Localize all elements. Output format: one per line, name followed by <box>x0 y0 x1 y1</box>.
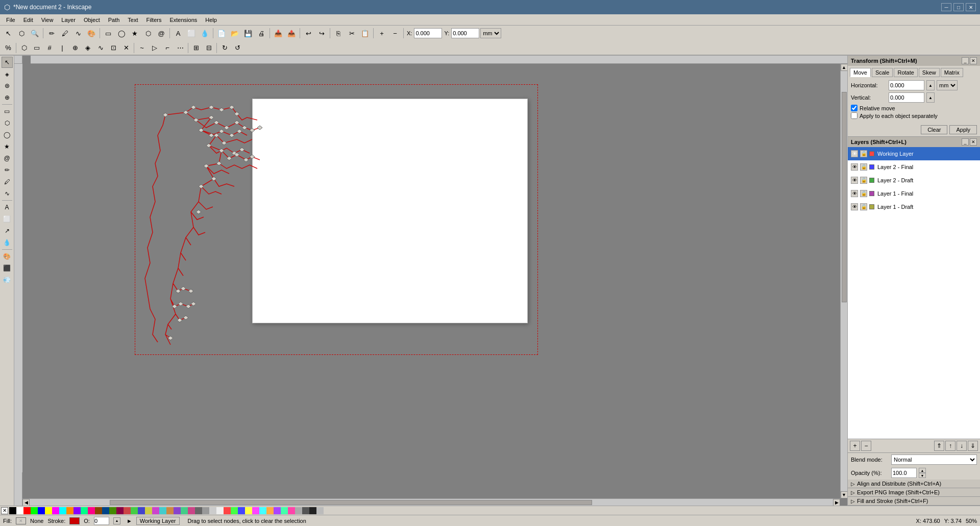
menu-path[interactable]: Path <box>104 16 124 24</box>
snap-bbox[interactable]: ▭ <box>31 42 43 54</box>
palette-color-swatch[interactable] <box>274 507 281 514</box>
palette-color-swatch[interactable] <box>145 507 152 514</box>
vertical-up-btn[interactable]: ▲ <box>926 92 935 103</box>
menu-object[interactable]: Object <box>80 16 104 24</box>
palette-color-swatch[interactable] <box>231 507 238 514</box>
palette-color-swatch[interactable] <box>166 507 174 514</box>
export-btn[interactable]: 📤 <box>285 27 298 39</box>
layer-lock-2draft[interactable]: 🔓 <box>860 177 867 184</box>
snap-edge[interactable]: ▷ <box>149 42 161 54</box>
palette-color-swatch[interactable] <box>52 507 59 514</box>
print-btn[interactable]: 🖨 <box>255 27 267 39</box>
horizontal-input[interactable] <box>889 80 924 90</box>
layer-to-top-btn[interactable]: ⇑ <box>934 441 944 451</box>
tool-node[interactable]: ◈ <box>2 68 13 80</box>
tool-callig[interactable]: ∿ <box>2 188 13 199</box>
unit-select[interactable]: mmpxcmin <box>480 28 501 38</box>
maximize-button[interactable]: □ <box>953 3 964 11</box>
snap-guide[interactable]: | <box>56 42 68 54</box>
rotate-ccw[interactable]: ↺ <box>231 42 243 54</box>
palette-color-swatch[interactable] <box>124 507 131 514</box>
palette-color-swatch[interactable] <box>309 507 316 514</box>
layer-eye-2draft[interactable]: 👁 <box>851 177 858 184</box>
palette-color-swatch[interactable] <box>81 507 88 514</box>
palette-color-swatch[interactable] <box>88 507 95 514</box>
layers-minimize-btn[interactable]: _ <box>962 138 969 146</box>
layers-close-btn[interactable]: ✕ <box>970 138 977 146</box>
undo-btn[interactable]: ↩ <box>302 27 314 39</box>
rect-btn[interactable]: ▭ <box>102 27 114 39</box>
palette-color-swatch[interactable] <box>316 507 324 514</box>
zoom-in-btn[interactable]: + <box>376 27 388 39</box>
vertical-input[interactable] <box>889 92 924 103</box>
align-distribute-panel[interactable]: ▷ Align and Distribute (Shift+Ctrl+A) <box>848 480 980 488</box>
snap-toggle[interactable]: % <box>2 42 14 54</box>
snap-midpath[interactable]: ⋯ <box>174 42 186 54</box>
spiral-btn[interactable]: @ <box>155 27 167 39</box>
close-button[interactable]: ✕ <box>966 3 976 11</box>
zoom-out-btn[interactable]: − <box>389 27 401 39</box>
palette-color-swatch[interactable] <box>9 507 16 514</box>
scroll-right-btn[interactable]: ▶ <box>833 499 840 506</box>
palette-color-swatch[interactable] <box>116 507 124 514</box>
text-btn[interactable]: A <box>172 27 184 39</box>
y-input[interactable] <box>451 28 479 38</box>
palette-color-swatch[interactable] <box>302 507 309 514</box>
layer-2-final[interactable]: 👁 🔓 Layer 2 - Final <box>848 160 980 174</box>
tab-matrix[interactable]: Matrix <box>941 68 963 77</box>
layer-1-draft[interactable]: 👁 🔓 Layer 1 - Draft <box>848 200 980 213</box>
palette-color-swatch[interactable] <box>138 507 145 514</box>
scrollbar-horizontal[interactable]: ◀ ▶ <box>22 498 840 506</box>
snap-midpoint[interactable]: ⊡ <box>107 42 119 54</box>
menu-edit[interactable]: Edit <box>19 16 37 24</box>
palette-color-swatch[interactable] <box>109 507 116 514</box>
new-btn[interactable]: 📄 <box>215 27 228 39</box>
tool-spiral[interactable]: @ <box>2 153 13 164</box>
tool-3d[interactable]: ⬡ <box>2 117 13 129</box>
tool-spray[interactable]: 💨 <box>2 274 13 285</box>
minimize-button[interactable]: ─ <box>941 3 951 11</box>
layer-eye-1draft[interactable]: 👁 <box>851 203 858 210</box>
transform-minimize-btn[interactable]: _ <box>962 57 969 64</box>
canvas-viewport[interactable]: ◀ ▶ ▲ ▼ <box>22 64 847 506</box>
zoom-fit-draw[interactable]: ⊟ <box>203 42 215 54</box>
scrollbar-vertical[interactable]: ▲ ▼ <box>840 64 847 498</box>
import-btn[interactable]: 📥 <box>272 27 284 39</box>
paint-btn[interactable]: 🎨 <box>85 27 97 39</box>
no-color-swatch[interactable]: ✕ <box>1 507 8 514</box>
tool-zoom[interactable]: ⊕ <box>2 92 13 103</box>
menu-help[interactable]: Help <box>201 16 221 24</box>
rotate-cw[interactable]: ↻ <box>218 42 231 54</box>
opacity-up-btn[interactable]: ▲ <box>919 468 926 473</box>
x-input[interactable] <box>414 28 442 38</box>
palette-color-swatch[interactable] <box>131 507 138 514</box>
opacity-down-btn[interactable]: ▼ <box>919 473 926 478</box>
palette-color-swatch[interactable] <box>38 507 45 514</box>
snap-smooth[interactable]: ∿ <box>94 42 107 54</box>
cut-btn[interactable]: ✂ <box>346 27 358 39</box>
scroll-down-btn[interactable]: ▼ <box>841 491 848 498</box>
snap-path[interactable]: ~ <box>136 42 148 54</box>
tool-bezier[interactable]: 🖊 <box>2 176 13 187</box>
palette-color-swatch[interactable] <box>216 507 224 514</box>
transform-close-btn[interactable]: ✕ <box>970 57 977 64</box>
palette-color-swatch[interactable] <box>245 507 252 514</box>
opacity-status-up[interactable]: ▲ <box>113 517 120 524</box>
tool-gradient[interactable]: ⬜ <box>2 213 13 225</box>
zoom-fit-page[interactable]: ⊞ <box>190 42 202 54</box>
layer-up-btn[interactable]: ↑ <box>945 441 955 451</box>
palette-color-swatch[interactable] <box>202 507 209 514</box>
snap-intersection[interactable]: ✕ <box>120 42 132 54</box>
tool-erase[interactable]: ⬛ <box>2 262 13 274</box>
relative-move-checkbox[interactable] <box>851 105 857 111</box>
palette-color-swatch[interactable] <box>288 507 295 514</box>
snap-corner[interactable]: ⌐ <box>161 42 174 54</box>
snap-nodes[interactable]: ⬡ <box>18 42 30 54</box>
layer-lock-1final[interactable]: 🔓 <box>860 190 867 197</box>
menu-layer[interactable]: Layer <box>57 16 80 24</box>
scroll-thumb-v[interactable] <box>842 92 847 302</box>
palette-color-swatch[interactable] <box>224 507 231 514</box>
3d-btn[interactable]: ⬡ <box>142 27 154 39</box>
tool-tweak[interactable]: ⊛ <box>2 80 13 91</box>
palette-color-swatch[interactable] <box>259 507 266 514</box>
